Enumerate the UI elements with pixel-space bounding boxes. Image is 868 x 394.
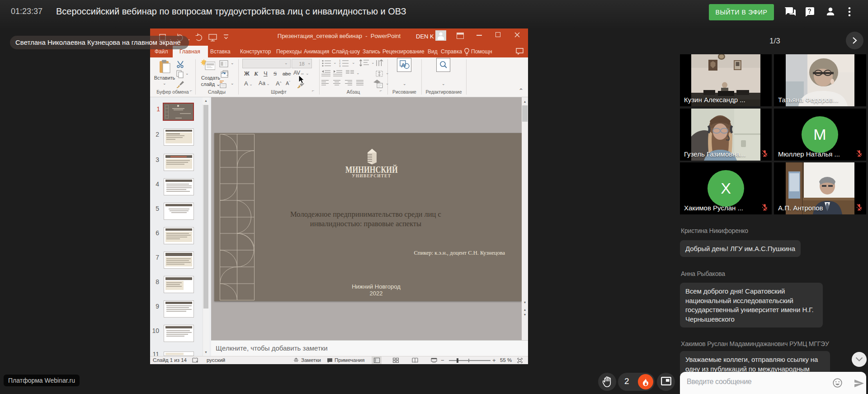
svg-text:3: 3 [339,65,341,67]
